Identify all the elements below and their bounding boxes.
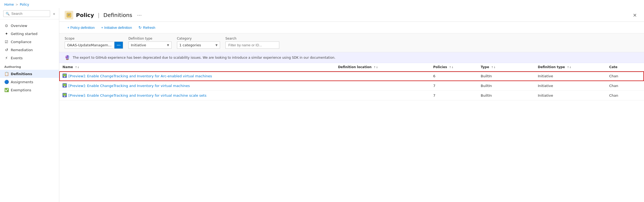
sidebar-item-compliance-label: Compliance [11, 40, 32, 44]
sidebar-item-overview-label: Overview [11, 24, 27, 28]
sidebar-item-events-label: Events [11, 56, 23, 60]
close-button[interactable]: ✕ [631, 11, 639, 19]
definition-type-chevron: ▼ [167, 44, 169, 47]
app-container: Home > Policy 🔍 « ⊙ Overview ✦ Gettin [0, 0, 644, 202]
remediation-icon: ↺ [4, 48, 9, 52]
sidebar-item-remediation[interactable]: ↺ Remediation [0, 46, 59, 54]
definitions-icon: 📋 [4, 72, 9, 76]
notice-text: The export to GitHub experience has been… [73, 56, 335, 60]
more-options-button[interactable]: ··· [137, 12, 142, 18]
sidebar: 🔍 « ⊙ Overview ✦ Getting started ☑ Compl… [0, 8, 59, 202]
cell-policies: 6 [430, 71, 478, 81]
page-title: Policy [76, 12, 94, 18]
category-chevron: ▼ [215, 44, 218, 47]
col-definition-type[interactable]: Definition type ↑↓ [535, 63, 606, 71]
col-name-sort[interactable]: ↑↓ [75, 66, 79, 69]
notice-icon: 🔮 [65, 55, 70, 60]
sidebar-item-exemptions[interactable]: ✅ Exemptions [0, 86, 59, 94]
scope-value[interactable]: OAAS-UpdateManagem... [65, 41, 114, 49]
page-header: Policy | Definitions ··· ✕ [59, 8, 644, 22]
col-definition-location[interactable]: Definition location ↑↓ [335, 63, 430, 71]
policy-row-icon [62, 74, 67, 79]
svg-point-6 [64, 76, 65, 77]
policy-name-text: [Preview]: Enable ChangeTracking and Inv… [68, 74, 212, 78]
col-name-label: Name [62, 65, 73, 69]
cell-type: BuiltIn [478, 81, 535, 91]
col-name[interactable]: Name ↑↓ [59, 63, 335, 71]
cell-policies: 7 [430, 81, 478, 91]
definition-type-label: Definition type [128, 37, 172, 40]
policy-link[interactable]: [Preview]: Enable ChangeTracking and Inv… [62, 83, 332, 88]
cell-name: [Preview]: Enable ChangeTracking and Inv… [59, 71, 335, 81]
cell-definition-type: Initiative [535, 71, 606, 81]
policy-name-text: [Preview]: Enable ChangeTracking and Inv… [68, 84, 190, 88]
col-category: Cate [606, 63, 644, 71]
sidebar-item-remediation-label: Remediation [11, 48, 33, 52]
category-filter-group: Category 1 categories ▼ [177, 37, 220, 49]
events-icon: ⚡ [4, 56, 9, 60]
policy-row-icon [62, 93, 67, 98]
overview-icon: ⊙ [4, 23, 9, 28]
col-policies[interactable]: Policies ↑↓ [430, 63, 478, 71]
refresh-label: Refresh [143, 26, 155, 30]
table-row: [Preview]: Enable ChangeTracking and Inv… [59, 91, 644, 100]
cell-policies: 7 [430, 91, 478, 100]
col-definition-type-sort[interactable]: ↑↓ [567, 66, 572, 69]
col-definition-location-sort[interactable]: ↑↓ [374, 66, 378, 69]
cell-definition-type: Initiative [535, 81, 606, 91]
scope-button[interactable]: ··· [114, 41, 123, 49]
sidebar-item-overview[interactable]: ⊙ Overview [0, 22, 59, 30]
notice-bar: 🔮 The export to GitHub experience has be… [59, 52, 644, 63]
sidebar-item-events[interactable]: ⚡ Events [0, 54, 59, 62]
col-type-sort[interactable]: ↑↓ [491, 66, 496, 69]
policy-link[interactable]: [Preview]: Enable ChangeTracking and Inv… [62, 93, 332, 98]
cell-type: BuiltIn [478, 71, 535, 81]
col-type[interactable]: Type ↑↓ [478, 63, 535, 71]
svg-rect-5 [63, 74, 66, 76]
cell-category: Chan [606, 81, 644, 91]
initiative-definition-button[interactable]: + Initiative definition [99, 24, 135, 31]
cell-name: [Preview]: Enable ChangeTracking and Inv… [59, 81, 335, 91]
policy-link[interactable]: [Preview]: Enable ChangeTracking and Inv… [62, 74, 332, 79]
sidebar-item-definitions[interactable]: 📋 Definitions [0, 70, 59, 78]
breadcrumb-home[interactable]: Home [4, 3, 14, 6]
table-header-row: Name ↑↓ Definition location ↑↓ Policies … [59, 63, 644, 71]
sidebar-nav: ⊙ Overview ✦ Getting started ☑ Complianc… [0, 19, 59, 96]
cell-definition-location [335, 71, 430, 81]
collapse-button[interactable]: « [52, 11, 56, 16]
svg-rect-11 [63, 93, 66, 96]
col-definition-type-label: Definition type [538, 65, 565, 69]
filter-search-input[interactable] [225, 41, 279, 49]
category-dropdown[interactable]: 1 categories ▼ [177, 41, 220, 49]
cell-definition-type: Initiative [535, 91, 606, 100]
table-row: [Preview]: Enable ChangeTracking and Inv… [59, 81, 644, 91]
breadcrumb-current[interactable]: Policy [20, 3, 29, 6]
compliance-icon: ☑ [4, 40, 9, 44]
sidebar-item-compliance[interactable]: ☑ Compliance [0, 38, 59, 46]
sidebar-item-getting-started-label: Getting started [11, 32, 37, 36]
policy-row-icon [62, 83, 67, 88]
cell-definition-location [335, 81, 430, 91]
sidebar-item-getting-started[interactable]: ✦ Getting started [0, 30, 59, 38]
search-icon: 🔍 [6, 12, 10, 16]
search-input[interactable] [11, 12, 48, 16]
col-policies-sort[interactable]: ↑↓ [449, 66, 454, 69]
cell-type: BuiltIn [478, 91, 535, 100]
cell-category: Chan [606, 91, 644, 100]
breadcrumb-separator: > [15, 3, 18, 6]
page-icon [65, 11, 73, 19]
definitions-table: Name ↑↓ Definition location ↑↓ Policies … [59, 63, 644, 100]
policy-definition-button[interactable]: + Policy definition [65, 24, 98, 31]
filter-search-label: Search [225, 37, 279, 40]
svg-point-9 [64, 86, 65, 87]
sidebar-item-assignments-label: Assignments [11, 80, 33, 84]
sidebar-item-assignments[interactable]: 🔵 Assignments [0, 78, 59, 86]
refresh-icon: ↻ [138, 25, 142, 30]
refresh-button[interactable]: ↻ Refresh [136, 24, 158, 31]
assignments-icon: 🔵 [4, 80, 9, 84]
sidebar-search-box[interactable]: 🔍 [3, 10, 50, 17]
definition-type-value: Initiative [131, 43, 146, 47]
col-type-label: Type [481, 65, 489, 69]
table-row: [Preview]: Enable ChangeTracking and Inv… [59, 71, 644, 81]
definition-type-dropdown[interactable]: Initiative ▼ [128, 41, 172, 49]
